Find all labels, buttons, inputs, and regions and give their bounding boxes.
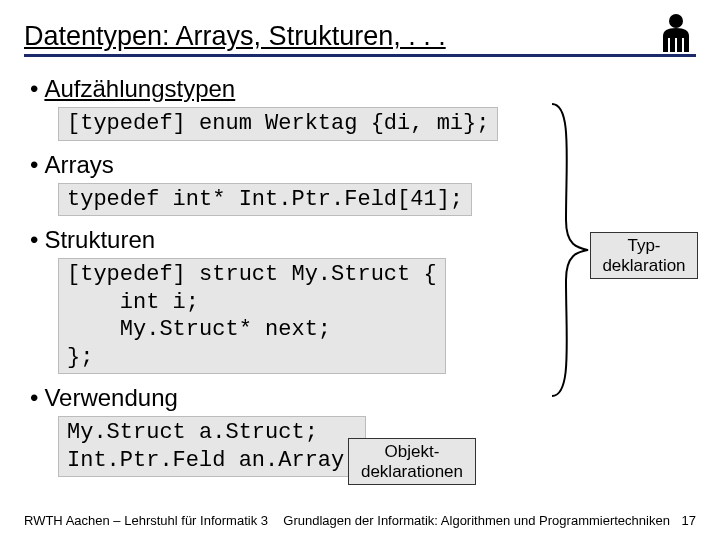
label-line: deklarationen	[361, 462, 463, 481]
bullet-enum: • Aufzählungstypen	[30, 75, 696, 103]
footer-left: RWTH Aachen – Lehrstuhl für Informatik 3	[24, 513, 268, 528]
label-line: Typ-	[627, 236, 660, 255]
bullet-label: Strukturen	[44, 226, 155, 254]
bullet-usage: • Verwendung	[30, 384, 696, 412]
label-objektdeklarationen: Objekt- deklarationen	[348, 438, 476, 485]
label-line: deklaration	[602, 256, 685, 275]
label-line: Objekt-	[385, 442, 440, 461]
code-enum: [typedef] enum Werktag {di, mi};	[58, 107, 498, 141]
bullet-dot-icon: •	[30, 77, 38, 101]
bullet-dot-icon: •	[30, 228, 38, 252]
bullet-dot-icon: •	[30, 386, 38, 410]
bullet-dot-icon: •	[30, 153, 38, 177]
svg-point-0	[669, 14, 683, 28]
code-typedef: typedef int* Int.Ptr.Feld[41];	[58, 183, 472, 217]
page-number: 17	[682, 513, 696, 528]
logo-icon	[656, 12, 696, 52]
label-typdeklaration: Typ- deklaration	[590, 232, 698, 279]
footer: RWTH Aachen – Lehrstuhl für Informatik 3…	[24, 513, 696, 528]
bullet-arrays: • Arrays	[30, 151, 696, 179]
bullet-label: Aufzählungstypen	[44, 75, 235, 103]
bullet-label: Arrays	[44, 151, 113, 179]
page-title: Datentypen: Arrays, Strukturen, . . .	[24, 21, 446, 52]
code-usage: My.Struct a.Struct; Int.Ptr.Feld an.Arra…	[58, 416, 366, 477]
footer-right: Grundlagen der Informatik: Algorithmen u…	[283, 513, 696, 528]
bullet-label: Verwendung	[44, 384, 177, 412]
code-struct: [typedef] struct My.Struct { int i; My.S…	[58, 258, 446, 374]
